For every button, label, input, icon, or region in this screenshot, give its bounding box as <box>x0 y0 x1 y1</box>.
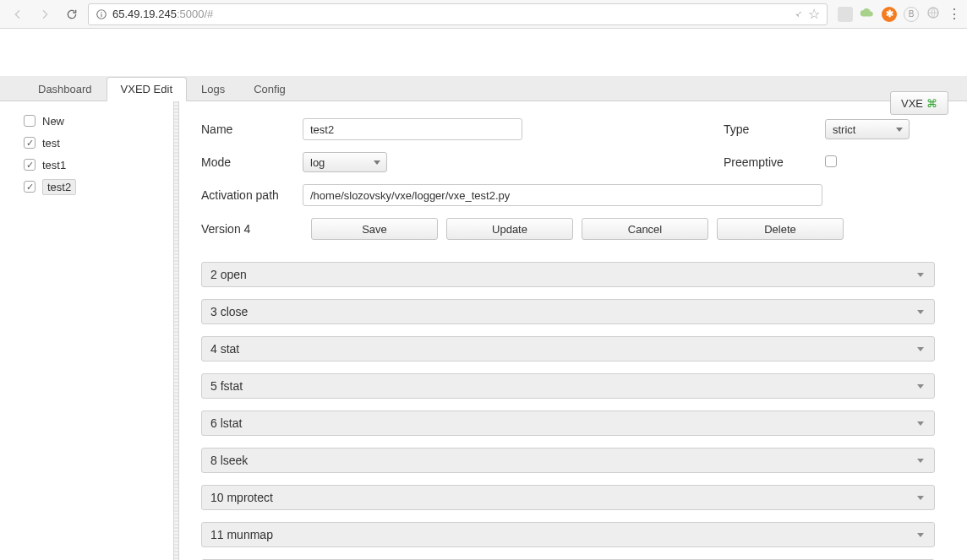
ext-icon-1[interactable] <box>838 7 853 22</box>
type-select[interactable]: strict <box>825 119 910 139</box>
checkbox[interactable] <box>24 181 36 193</box>
select-value: strict <box>833 123 855 136</box>
svg-point-1 <box>101 11 101 12</box>
reload-icon <box>65 8 79 21</box>
syscall-item[interactable]: 8 lseek <box>201 448 935 473</box>
syscall-item[interactable]: 4 stat <box>201 336 935 362</box>
tab-label: Logs <box>201 83 225 95</box>
syscall-item[interactable]: 11 munmap <box>201 522 935 547</box>
cancel-button[interactable]: Cancel <box>582 218 708 240</box>
button-label: Save <box>362 223 387 236</box>
sidebar-item-label: test2 <box>42 179 76 195</box>
ext-icon-globe[interactable] <box>926 5 941 23</box>
ext-icon-orange[interactable]: ✱ <box>882 7 897 22</box>
checkbox[interactable] <box>24 159 36 171</box>
syscall-item[interactable]: 10 mprotect <box>201 485 935 510</box>
sidebar-item-test[interactable]: test <box>24 132 167 154</box>
save-button[interactable]: Save <box>311 218 438 240</box>
select-value: log <box>310 156 325 169</box>
tab-vxed-edit[interactable]: VXED Edit <box>107 77 187 101</box>
address-url: 65.49.19.245:5000/# <box>112 8 213 20</box>
tab-strip: Dashboard VXED Edit Logs Config <box>0 76 967 101</box>
preemptive-label: Preemptive <box>724 155 825 169</box>
checkbox[interactable] <box>24 115 36 127</box>
mode-label: Mode <box>201 155 303 169</box>
delete-button[interactable]: Delete <box>717 218 844 240</box>
syscall-label: 10 mprotect <box>210 491 273 504</box>
type-label: Type <box>724 122 825 136</box>
pin-icon[interactable] <box>793 8 803 20</box>
tab-label: Dashboard <box>38 83 92 95</box>
forward-button[interactable] <box>34 3 56 25</box>
syscall-item[interactable]: 6 lstat <box>201 410 935 436</box>
syscall-label: 6 lstat <box>210 416 242 430</box>
chrome-menu-icon[interactable]: ⋮ <box>948 6 960 22</box>
syscall-label: 11 munmap <box>210 528 273 541</box>
tab-config[interactable]: Config <box>239 76 300 101</box>
sidebar-item-label: New <box>42 115 64 128</box>
tab-label: Config <box>254 83 286 95</box>
address-bar[interactable]: 65.49.19.245:5000/# ☆ <box>88 3 828 25</box>
mode-select[interactable]: log <box>303 152 387 172</box>
vxe-button-label: VXE <box>901 97 923 110</box>
update-button[interactable]: Update <box>446 218 573 240</box>
syscall-label: 3 close <box>210 305 248 318</box>
main-panel: Name Type strict Mode log Preemptive Act… <box>178 101 967 560</box>
back-button[interactable] <box>7 3 29 25</box>
info-icon <box>96 8 107 20</box>
arrow-right-icon <box>38 8 52 21</box>
tab-label: VXED Edit <box>121 83 172 95</box>
form-grid: Name Type strict Mode log Preemptive Act… <box>201 118 943 206</box>
syscall-label: 2 open <box>210 268 247 281</box>
star-icon[interactable]: ☆ <box>808 6 820 22</box>
syscall-item[interactable]: 2 open <box>201 262 935 287</box>
extension-area: ✱ B ⋮ <box>833 5 960 23</box>
name-label: Name <box>201 122 303 136</box>
browser-toolbar: 65.49.19.245:5000/# ☆ ✱ B ⋮ <box>0 0 967 29</box>
checkbox[interactable] <box>24 137 36 149</box>
button-label: Cancel <box>628 223 662 236</box>
sidebar-item-label: test <box>42 137 60 150</box>
syscall-label: 8 lseek <box>210 454 248 467</box>
ext-icon-cloud[interactable] <box>860 5 875 23</box>
vxe-button[interactable]: VXE ⌘ <box>890 91 948 115</box>
syscall-item[interactable]: 5 fstat <box>201 373 935 399</box>
arrow-left-icon <box>11 8 25 21</box>
button-label: Update <box>492 223 527 236</box>
syscall-list: 2 open 3 close 4 stat 5 fstat 6 lstat 8 … <box>201 262 943 560</box>
sidebar-item-test1[interactable]: test1 <box>24 154 167 176</box>
version-label: Version 4 <box>201 222 303 236</box>
syscall-label: 4 stat <box>210 342 239 356</box>
sidebar: New test test1 test2 <box>0 101 178 560</box>
sidebar-item-new[interactable]: New <box>24 110 167 132</box>
command-icon: ⌘ <box>926 97 937 110</box>
sidebar-item-label: test1 <box>42 159 66 171</box>
syscall-item[interactable]: 3 close <box>201 299 935 324</box>
ext-icon-b[interactable]: B <box>904 7 919 22</box>
svg-rect-2 <box>101 14 101 17</box>
tab-dashboard[interactable]: Dashboard <box>24 76 107 101</box>
reload-button[interactable] <box>61 3 83 25</box>
name-input[interactable] <box>303 118 522 140</box>
activation-path-label: Activation path <box>201 188 303 202</box>
button-label: Delete <box>764 223 796 236</box>
activation-path-input[interactable] <box>303 184 822 206</box>
syscall-label: 5 fstat <box>210 379 243 393</box>
sidebar-item-test2[interactable]: test2 <box>24 176 167 198</box>
preemptive-checkbox[interactable] <box>825 155 837 167</box>
tab-logs[interactable]: Logs <box>187 76 239 101</box>
